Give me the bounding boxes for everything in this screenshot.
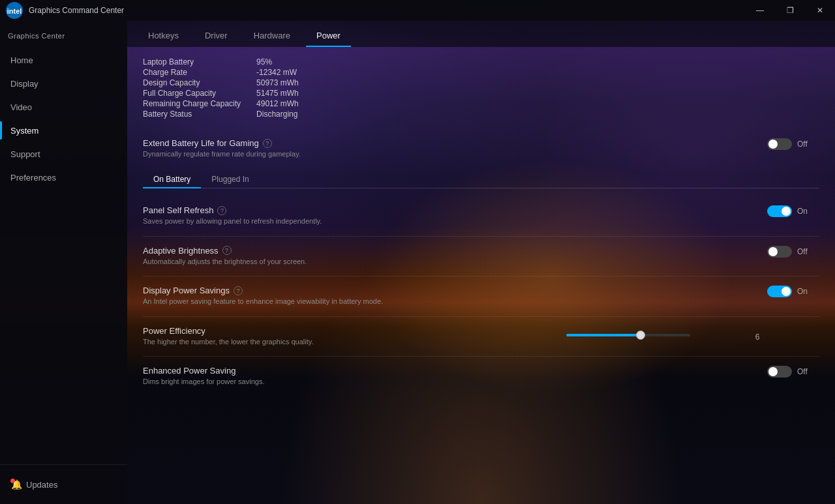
display-power-savings-desc: An Intel power saving feature to enhance… xyxy=(143,297,443,306)
battery-value-5: Discharging xyxy=(256,110,299,119)
adaptive-brightness-row: Adaptive Brightness ? Automatically adju… xyxy=(143,239,819,273)
sidebar-item-display[interactable]: Display xyxy=(0,72,127,95)
enhanced-power-saving-desc: Dims bright images for power savings. xyxy=(143,377,443,387)
panel-self-refresh-info: Panel Self Refresh ? Saves power by allo… xyxy=(143,205,443,226)
extend-battery-toggle[interactable] xyxy=(767,138,792,150)
enhanced-power-saving-toggle-thumb xyxy=(768,367,778,376)
tab-hardware[interactable]: Hardware xyxy=(243,23,301,47)
adaptive-brightness-title: Adaptive Brightness ? xyxy=(143,246,443,256)
updates-label: Updates xyxy=(26,480,57,490)
bell-icon: 🔔 xyxy=(10,479,22,490)
sub-tab-on-battery[interactable]: On Battery xyxy=(143,171,201,188)
divider-3 xyxy=(143,316,819,317)
adaptive-brightness-toggle-label: Off xyxy=(797,247,808,256)
sidebar-bottom: 🔔 Updates xyxy=(0,464,127,504)
battery-value-1: -12342 mW xyxy=(256,68,299,77)
display-power-savings-title: Display Power Savings ? xyxy=(143,286,443,295)
panel-self-refresh-toggle-container: On xyxy=(767,205,808,217)
power-efficiency-slider-thumb[interactable] xyxy=(636,331,645,340)
sub-tabs: On Battery Plugged In xyxy=(143,171,819,188)
sidebar-item-support-label: Support xyxy=(10,149,40,159)
enhanced-power-saving-row: Enhanced Power Saving Dims bright images… xyxy=(143,359,819,393)
battery-value-3: 51475 mWh xyxy=(256,89,299,98)
enhanced-power-saving-info: Enhanced Power Saving Dims bright images… xyxy=(143,366,443,387)
battery-label-4: Remaining Charge Capacity xyxy=(143,99,241,108)
window-controls: — ❐ ✕ xyxy=(745,0,835,21)
enhanced-power-saving-toggle[interactable] xyxy=(767,366,792,378)
extend-battery-row: Extend Battery Life for Gaming ? Dynamic… xyxy=(143,132,819,166)
content-area: Laptop Battery 95% Charge Rate -12342 mW… xyxy=(127,47,835,504)
minimize-button[interactable]: — xyxy=(745,0,775,21)
battery-label-2: Design Capacity xyxy=(143,78,241,87)
extend-battery-toggle-container: Off xyxy=(767,138,808,150)
divider-4 xyxy=(143,356,819,357)
battery-info: Laptop Battery 95% Charge Rate -12342 mW… xyxy=(143,57,299,119)
extend-battery-help-icon[interactable]: ? xyxy=(263,139,272,148)
display-power-savings-row: Display Power Savings ? An Intel power s… xyxy=(143,279,819,313)
sidebar-item-preferences-label: Preferences xyxy=(10,173,56,183)
intel-logo-icon: intel xyxy=(5,1,23,20)
sidebar-item-video-label: Video xyxy=(10,102,32,112)
adaptive-brightness-control: Off xyxy=(767,246,819,258)
panel-self-refresh-desc: Saves power by allowing panel to refresh… xyxy=(143,216,443,226)
battery-label-3: Full Charge Capacity xyxy=(143,89,241,98)
main-content: Hotkeys Driver Hardware Power Laptop Bat… xyxy=(127,21,835,504)
enhanced-power-saving-toggle-label: Off xyxy=(797,367,808,376)
display-power-savings-help-icon[interactable]: ? xyxy=(234,286,243,295)
sidebar-item-preferences[interactable]: Preferences xyxy=(0,166,127,189)
battery-label-5: Battery Status xyxy=(143,110,241,119)
extend-battery-info: Extend Battery Life for Gaming ? Dynamic… xyxy=(143,138,443,159)
sidebar-header: Graphics Center xyxy=(0,26,127,46)
battery-value-0: 95% xyxy=(256,57,299,67)
tab-driver[interactable]: Driver xyxy=(194,23,238,47)
svg-text:intel: intel xyxy=(7,7,22,15)
panel-self-refresh-toggle-thumb xyxy=(782,207,791,216)
adaptive-brightness-help-icon[interactable]: ? xyxy=(222,246,232,255)
sidebar-item-system[interactable]: System xyxy=(0,119,127,142)
extend-battery-title: Extend Battery Life for Gaming ? xyxy=(143,138,443,148)
power-efficiency-value: 6 xyxy=(695,333,819,342)
power-efficiency-info: Power Efficiency The higher the number, … xyxy=(143,326,443,347)
battery-label-0: Laptop Battery xyxy=(143,57,241,67)
tab-power[interactable]: Power xyxy=(306,23,351,47)
sidebar-nav: Home Display Video System Support Prefer… xyxy=(0,46,127,464)
sidebar-item-video[interactable]: Video xyxy=(0,95,127,119)
display-power-savings-control: On xyxy=(767,286,819,297)
extend-battery-control: Off xyxy=(767,138,819,150)
app-title: Graphics Command Center xyxy=(29,6,124,15)
panel-self-refresh-title: Panel Self Refresh ? xyxy=(143,205,443,215)
power-efficiency-row: Power Efficiency The higher the number, … xyxy=(143,319,819,353)
sidebar-item-home[interactable]: Home xyxy=(0,48,127,72)
display-power-savings-info: Display Power Savings ? An Intel power s… xyxy=(143,286,443,306)
power-efficiency-desc: The higher the number, the lower the gra… xyxy=(143,337,443,347)
titlebar: intel Graphics Command Center — ❐ ✕ xyxy=(0,0,835,21)
extend-battery-desc: Dynamically regulate frame rate during g… xyxy=(143,149,443,159)
notification-dot xyxy=(10,479,15,483)
tabs-bar: Hotkeys Driver Hardware Power xyxy=(127,21,835,47)
display-power-savings-toggle[interactable] xyxy=(767,286,792,297)
sub-tab-plugged-in[interactable]: Plugged In xyxy=(201,171,259,188)
titlebar-left: intel Graphics Command Center xyxy=(0,1,124,20)
adaptive-brightness-toggle[interactable] xyxy=(767,246,792,258)
adaptive-brightness-toggle-container: Off xyxy=(767,246,808,258)
sidebar-item-home-label: Home xyxy=(10,55,33,65)
tab-hotkeys[interactable]: Hotkeys xyxy=(138,23,189,47)
divider-2 xyxy=(143,276,819,276)
adaptive-brightness-desc: Automatically adjusts the brightness of … xyxy=(143,257,443,267)
enhanced-power-saving-toggle-container: Off xyxy=(767,366,808,378)
battery-label-1: Charge Rate xyxy=(143,68,241,77)
sidebar-item-system-label: System xyxy=(10,126,38,136)
display-power-savings-toggle-container: On xyxy=(767,286,808,297)
sidebar-item-support[interactable]: Support xyxy=(0,142,127,166)
panel-self-refresh-toggle[interactable] xyxy=(767,205,792,217)
restore-button[interactable]: ❐ xyxy=(775,0,805,21)
updates-item[interactable]: 🔔 Updates xyxy=(0,473,127,496)
power-efficiency-slider-track xyxy=(566,334,690,336)
display-power-savings-toggle-thumb xyxy=(782,287,791,296)
power-efficiency-control: 6 xyxy=(566,329,819,342)
close-button[interactable]: ✕ xyxy=(805,0,835,21)
panel-self-refresh-help-icon[interactable]: ? xyxy=(217,206,226,215)
adaptive-brightness-toggle-thumb xyxy=(768,247,778,256)
power-efficiency-title: Power Efficiency xyxy=(143,326,443,336)
battery-value-4: 49012 mWh xyxy=(256,99,299,108)
